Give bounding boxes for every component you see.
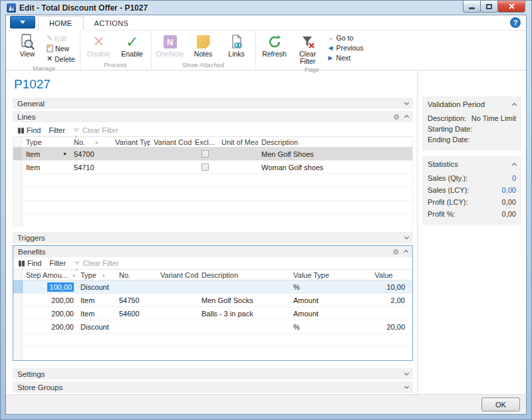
col-variant-code[interactable]: Variant Code	[157, 271, 198, 279]
benefits-grid-header: Step Amou...▲ Type▲ No. Variant Code Des…	[13, 269, 412, 280]
go-to-button[interactable]: → Go to	[325, 33, 366, 43]
col-unit-of-measure[interactable]: Unit of Mea...	[218, 138, 258, 146]
links-button[interactable]: Links	[221, 32, 253, 58]
benefits-toolbar: Find Filter Clear Filter	[13, 257, 412, 269]
lines-clear-filter-button: Clear Filter	[73, 126, 122, 134]
ribbon-tab-row: HOME ACTIONS ?	[6, 15, 526, 31]
enable-icon: ✓	[126, 33, 138, 51]
customize-gear-icon[interactable]: ⚙	[392, 249, 399, 255]
minimize-button[interactable]	[463, 1, 481, 13]
col-no[interactable]: No.▲	[70, 138, 112, 146]
excl-checkbox[interactable]	[201, 150, 209, 158]
benefits-clear-filter-button: Clear Filter	[74, 259, 123, 267]
close-icon	[509, 3, 515, 9]
previous-button[interactable]: ◀ Previous	[325, 43, 366, 52]
help-button[interactable]: ?	[510, 17, 521, 28]
maximize-button[interactable]	[480, 1, 498, 13]
sales-lcy-value[interactable]: 0,00	[502, 185, 516, 195]
delete-button[interactable]: ✕ Delete	[45, 54, 77, 64]
lines-row-1[interactable]: Item▼ 54700 Men Golf Shoes	[13, 148, 412, 161]
profit-pct-value: 0,00	[502, 209, 516, 219]
ribbon: View ✎ Edit New ✕ Delete	[6, 31, 526, 70]
benefits-filter-button[interactable]: Filter	[49, 259, 69, 267]
next-button[interactable]: ▶ Next	[325, 53, 366, 62]
benefits-row-3[interactable]: 200,00 Item 54600 Balls - 3 in pack Amou…	[13, 307, 412, 320]
application-menu-button[interactable]	[10, 16, 35, 29]
excl-checkbox[interactable]	[201, 163, 209, 171]
col-step-amount[interactable]: Step Amou...▲	[23, 271, 77, 279]
benefits-find-button[interactable]: Find	[19, 259, 45, 267]
enable-button[interactable]: ✓ Enable	[116, 32, 148, 58]
chevron-up-icon	[512, 162, 517, 167]
col-type[interactable]: Type▲	[77, 271, 116, 279]
group-label-process: Process	[83, 60, 148, 70]
lines-empty-row[interactable]	[13, 174, 412, 187]
benefits-row-4[interactable]: 200,00 Discount % 20,00	[13, 320, 412, 334]
ribbon-group-page: Refresh Clear Filter → Go to	[256, 31, 368, 70]
ok-button[interactable]: OK	[481, 397, 520, 411]
col-variant-type[interactable]: Variant Type	[112, 138, 150, 146]
factbox-header[interactable]: Validation Period	[428, 100, 516, 108]
lines-empty-row[interactable]	[13, 201, 412, 214]
profit-lcy-value: 0,00	[502, 197, 516, 207]
fasttab-benefits-section: Benefits ⚙ Find Filter Clear Filter Step…	[13, 245, 413, 361]
benefits-empty-row[interactable]	[13, 334, 412, 347]
row-selector[interactable]	[13, 280, 23, 293]
lines-find-button[interactable]: Find	[18, 126, 45, 134]
disable-button: ✕ Disable	[83, 32, 115, 58]
col-excl[interactable]: Excl...	[192, 138, 218, 146]
window-title: Edit - Total Discount Offer - P1027	[19, 3, 148, 13]
lines-empty-row[interactable]	[13, 187, 412, 201]
row-selector[interactable]	[13, 320, 23, 333]
chevron-down-icon	[404, 371, 409, 375]
benefits-empty-row[interactable]	[13, 347, 412, 360]
notes-icon	[197, 35, 210, 49]
col-value-type[interactable]: Value Type	[290, 271, 359, 279]
fasttab-lines[interactable]: Lines ⚙	[13, 111, 413, 122]
customize-gear-icon[interactable]: ⚙	[393, 114, 400, 120]
fasttab-triggers[interactable]: Triggers	[13, 232, 413, 243]
col-description[interactable]: Description	[258, 138, 412, 146]
fasttab-general[interactable]: General	[13, 98, 413, 109]
minimize-icon	[469, 7, 475, 9]
col-no[interactable]: No.	[116, 271, 157, 279]
sort-asc-icon: ▲	[94, 140, 98, 144]
lines-row-2[interactable]: Item 54710 Woman Golf shoes	[13, 161, 412, 174]
sales-qty-value[interactable]: 0	[512, 173, 516, 183]
benefits-row-2[interactable]: 200,00 Item 54750 Men Golf Socks Amount …	[13, 294, 412, 307]
fasttab-store-groups[interactable]: Store Groups	[13, 381, 413, 393]
tab-home[interactable]: HOME	[38, 16, 84, 31]
refresh-button[interactable]: Refresh	[259, 32, 291, 58]
dropdown-icon[interactable]: ▼	[63, 152, 67, 156]
notes-button[interactable]: Notes	[188, 32, 219, 58]
factbox-header[interactable]: Statistics	[428, 160, 516, 168]
chevron-down-icon	[404, 384, 409, 389]
edit-button: ✎ Edit	[45, 33, 77, 43]
help-icon: ?	[513, 19, 518, 27]
next-icon: ▶	[327, 54, 334, 61]
col-variant-code[interactable]: Variant Code	[150, 138, 192, 146]
factbox-validation-period: Validation Period Description:No Time Li…	[422, 96, 521, 150]
lines-grid-header: Type No.▲ Variant Type Variant Code Excl…	[13, 136, 412, 148]
fasttab-settings[interactable]: Settings	[13, 368, 413, 379]
fasttab-benefits[interactable]: Benefits ⚙	[13, 246, 412, 257]
row-selector[interactable]	[13, 294, 23, 306]
view-button[interactable]: View	[11, 32, 43, 58]
benefits-row-1[interactable]: 100,00 Discount % 10,00	[13, 280, 412, 294]
col-value[interactable]: Value	[359, 271, 408, 279]
tab-actions[interactable]: ACTIONS	[84, 17, 140, 30]
new-button[interactable]: New	[45, 44, 77, 53]
row-selector[interactable]	[13, 307, 23, 320]
onenote-icon: N	[164, 35, 177, 49]
row-selector[interactable]	[13, 148, 23, 160]
links-icon	[231, 33, 243, 51]
main-panel: P1027 General Lines ⚙ Find Filter Clear …	[6, 70, 417, 394]
active-cell[interactable]: 100,00	[47, 282, 74, 292]
col-type[interactable]: Type	[23, 138, 70, 146]
row-selector[interactable]	[13, 161, 23, 173]
col-description[interactable]: Description	[198, 271, 290, 279]
lines-empty-row[interactable]	[13, 214, 412, 227]
lines-filter-button[interactable]: Filter	[49, 126, 68, 134]
close-button[interactable]	[497, 1, 525, 13]
clear-filter-button[interactable]: Clear Filter	[292, 32, 324, 65]
